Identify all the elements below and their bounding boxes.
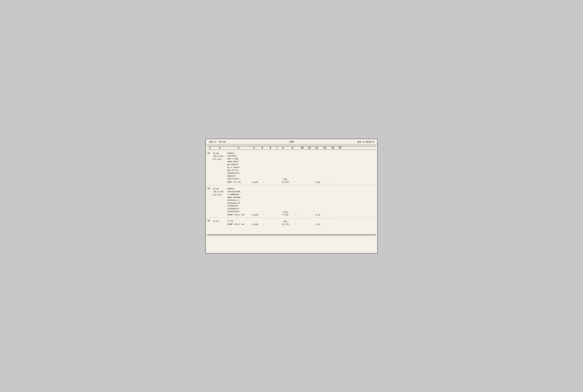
col-header-14: I4 xyxy=(329,147,336,149)
val-c10-56: - xyxy=(292,223,299,226)
val-c7-55: - xyxy=(266,214,273,216)
val-c6-56: - xyxy=(260,223,266,226)
val-c13-56: 7,25 xyxy=(313,223,322,226)
val-c12-54: - xyxy=(306,181,313,183)
row-ref-55: I5-09 таб.6-OI6 К=I,II9 xyxy=(213,188,227,216)
val-c12-56: - xyxy=(306,223,313,226)
col-header-7: 7 xyxy=(274,147,280,149)
col-header-1: I xyxy=(207,147,213,149)
table-row: 56 То же То же АКВВГ 5x2,5 км 0,035 - - … xyxy=(207,218,376,227)
val-c9-54: I80 xI,II9 xyxy=(279,178,292,183)
inv-number: Инв N 8918/8 xyxy=(357,141,374,143)
col-header-8: 8 xyxy=(280,147,286,149)
col-header-12: I2 xyxy=(313,147,320,149)
document-page: 904-I- 59.85 - 186 - Инв N 8918/8 I 2 3 … xyxy=(205,139,378,254)
val-c12-55: - xyxy=(306,214,313,216)
val-c5-56: 0,035 xyxy=(250,223,260,226)
cable-model-55: АКВВГ 4x2,5 xyxy=(227,214,240,216)
row-number-56: 56 xyxy=(207,220,213,226)
val-c15-56: - xyxy=(329,223,336,226)
col-header-15: I5 xyxy=(336,147,344,149)
col-header-3: 3 xyxy=(227,147,250,149)
row-desc-56: То же АКВВГ 5x2,5 км xyxy=(227,220,250,226)
page-number: - 186 - xyxy=(286,140,297,144)
val-c13-54: 3,02 xyxy=(313,181,322,183)
val-c8-56: - xyxy=(273,223,279,226)
val-c11-54: - xyxy=(299,181,306,183)
val-c9-55: xI70 I,II9 xyxy=(279,211,292,216)
row-desc-55: Кабель контрольный с алюминие- выми жила… xyxy=(227,188,250,216)
val-c5-54: 0,OI5 xyxy=(250,181,260,183)
doc-number: 904-I- 59.85 xyxy=(209,141,226,143)
cable-model-56: АКВВГ 5x2,5 xyxy=(227,223,240,226)
table-row: 55 I5-09 таб.6-OI6 К=I,II9 Кабель контро… xyxy=(207,185,376,218)
table-row: 54 I5-09 таб.6-OII К=I,II9 Кабель контро… xyxy=(207,150,376,185)
col-header-9: 9 xyxy=(286,147,299,149)
main-table: I 2 3 4 5 6 7 8 9 IO II I2 I3 I4 I5 54 I… xyxy=(206,146,377,236)
row-ref-54: I5-09 таб.6-OII К=I,II9 xyxy=(213,152,227,184)
col-header-13: I3 xyxy=(320,147,329,149)
cable-model-54: КВВГ 4x1 xyxy=(227,181,237,184)
val-c11-56: - xyxy=(299,223,306,226)
col-header-4: 4 xyxy=(250,147,257,149)
val-c10-54: - xyxy=(292,181,299,183)
unit-54: км xyxy=(238,181,241,184)
col-header-2: 2 xyxy=(213,147,227,149)
col-header-6: 6 xyxy=(267,147,274,149)
unit-55: км xyxy=(242,214,244,216)
val-c8-55: - xyxy=(273,214,279,216)
row-ref-56: То же xyxy=(213,220,227,226)
val-c15-55: - xyxy=(329,214,336,216)
val-c6-54: - xyxy=(260,181,266,183)
row-number-54: 54 xyxy=(207,152,213,184)
val-c6-55: - xyxy=(260,214,266,216)
val-c8-54: - xyxy=(273,181,279,183)
val-c7-54: - xyxy=(266,181,273,183)
row-desc-54: Кабель контроль- ный с мед- ными жила- м… xyxy=(227,152,250,184)
val-c7-56: - xyxy=(266,223,273,226)
val-c14-55: - xyxy=(322,214,329,216)
col-header-11: II xyxy=(306,147,313,149)
unit-56: км xyxy=(242,223,244,226)
col-header-10: IO xyxy=(299,147,306,149)
val-c10-55: - xyxy=(292,214,299,216)
column-header-row: I 2 3 4 5 6 7 8 9 IO II I2 I3 I4 I5 xyxy=(207,146,376,150)
row-number-55: 55 xyxy=(207,188,213,216)
col-header-5: 5 xyxy=(257,147,267,149)
val-c14-54: - xyxy=(322,181,329,183)
page-header: 904-I- 59.85 - 186 - Инв N 8918/8 xyxy=(206,139,377,144)
table-footer-line1 xyxy=(207,234,376,235)
val-c9-56: I85 xI,II9 xyxy=(279,220,292,226)
val-c11-55: - xyxy=(299,214,306,216)
val-c15-54: - xyxy=(329,181,336,183)
val-c14-56: - xyxy=(322,223,329,226)
val-c5-55: 0,025 xyxy=(250,214,260,216)
val-c13-55: 4,76 xyxy=(313,214,322,216)
